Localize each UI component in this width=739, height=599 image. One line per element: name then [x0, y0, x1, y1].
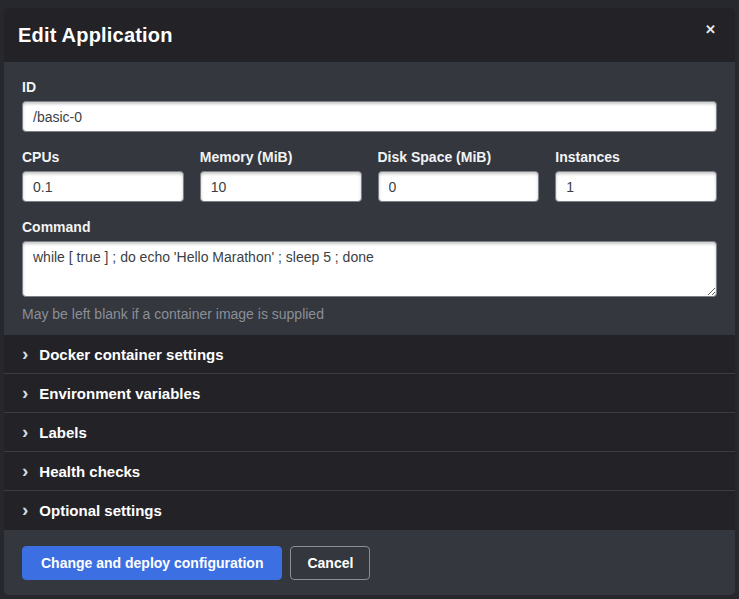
memory-label: Memory (MiB): [200, 149, 362, 165]
cpus-label: CPUs: [22, 149, 184, 165]
instances-field-group: Instances: [555, 149, 717, 202]
modal-footer: Change and deploy configuration Cancel: [4, 530, 735, 595]
chevron-right-icon: ›: [22, 383, 28, 402]
section-label: Environment variables: [39, 385, 200, 402]
disk-input[interactable]: [378, 171, 540, 202]
command-help-text: May be left blank if a container image i…: [22, 306, 717, 322]
command-textarea[interactable]: while [ true ] ; do echo 'Hello Marathon…: [22, 241, 717, 297]
chevron-right-icon: ›: [22, 422, 28, 441]
section-label: Health checks: [39, 463, 140, 480]
cpus-input[interactable]: [22, 171, 184, 202]
chevron-right-icon: ›: [22, 344, 28, 363]
section-health-checks[interactable]: › Health checks: [4, 452, 735, 491]
modal-backdrop: Edit Application ✕ ID CPUs Memory (MiB) …: [0, 0, 739, 599]
instances-input[interactable]: [555, 171, 717, 202]
id-field-group: ID: [22, 79, 717, 132]
chevron-right-icon: ›: [22, 461, 28, 480]
section-labels[interactable]: › Labels: [4, 413, 735, 452]
section-optional-settings[interactable]: › Optional settings: [4, 491, 735, 530]
disk-label: Disk Space (MiB): [378, 149, 540, 165]
application-form: ID CPUs Memory (MiB) Disk Space (MiB) In: [4, 62, 735, 335]
close-icon[interactable]: ✕: [701, 19, 720, 40]
section-environment-variables[interactable]: › Environment variables: [4, 374, 735, 413]
edit-application-modal: Edit Application ✕ ID CPUs Memory (MiB) …: [4, 8, 735, 595]
cpus-field-group: CPUs: [22, 149, 184, 202]
modal-title: Edit Application: [18, 24, 173, 47]
id-label: ID: [22, 79, 717, 95]
command-field-group: Command while [ true ] ; do echo 'Hello …: [22, 219, 717, 322]
memory-field-group: Memory (MiB): [200, 149, 362, 202]
change-and-deploy-button[interactable]: Change and deploy configuration: [22, 546, 282, 580]
section-label: Optional settings: [39, 502, 162, 519]
modal-header: Edit Application ✕: [4, 8, 735, 62]
chevron-right-icon: ›: [22, 500, 28, 519]
section-docker-container-settings[interactable]: › Docker container settings: [4, 335, 735, 374]
section-label: Docker container settings: [39, 346, 223, 363]
disk-field-group: Disk Space (MiB): [378, 149, 540, 202]
id-input[interactable]: [22, 101, 717, 132]
instances-label: Instances: [555, 149, 717, 165]
resources-row: CPUs Memory (MiB) Disk Space (MiB) Insta…: [22, 149, 717, 202]
command-label: Command: [22, 219, 717, 235]
cancel-button[interactable]: Cancel: [290, 546, 370, 580]
collapsible-sections: › Docker container settings › Environmen…: [4, 335, 735, 530]
section-label: Labels: [39, 424, 87, 441]
memory-input[interactable]: [200, 171, 362, 202]
